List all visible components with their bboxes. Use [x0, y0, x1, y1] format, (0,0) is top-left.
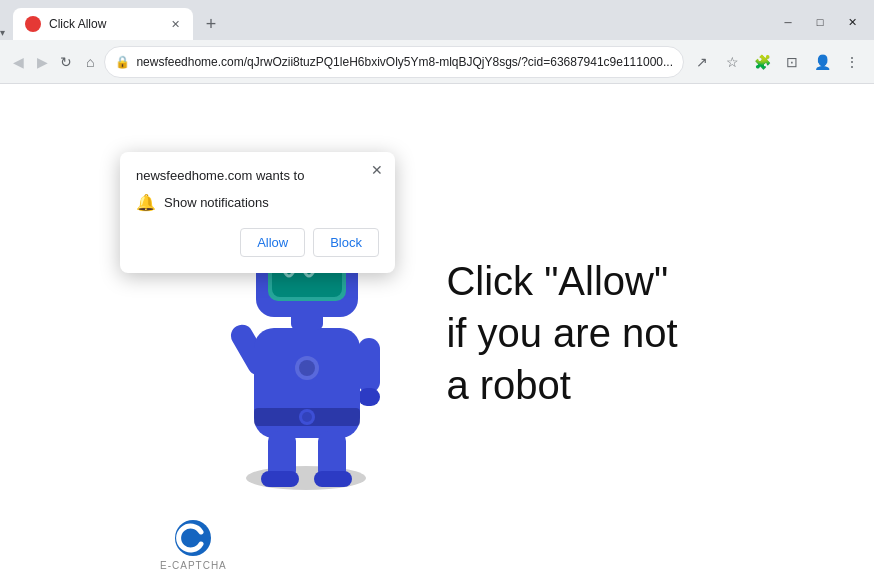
tab-favicon — [25, 16, 41, 32]
page-content: ✕ newsfeedhome.com wants to 🔔 Show notif… — [0, 84, 874, 581]
address-bar: ◀ ▶ ↻ ⌂ 🔒 newsfeedhome.com/qJrwOzii8tuzP… — [0, 40, 874, 84]
svg-rect-4 — [358, 388, 380, 406]
page-text-line1: Click "Allow" — [446, 255, 677, 307]
ecaptcha-label: E-CAPTCHA — [160, 560, 227, 571]
share-button[interactable]: ↗ — [688, 48, 716, 76]
page-text: Click "Allow" if you are not a robot — [446, 255, 677, 411]
extensions-button[interactable]: 🧩 — [748, 48, 776, 76]
block-button[interactable]: Block — [313, 228, 379, 257]
svg-point-8 — [302, 412, 312, 422]
window-controls — [774, 8, 866, 36]
tab-bar: ▾ Click Allow ✕ + — [0, 0, 874, 40]
ecaptcha-logo-area: E-CAPTCHA — [160, 518, 227, 571]
lock-icon: 🔒 — [115, 55, 130, 69]
bell-icon: 🔔 — [136, 193, 156, 212]
svg-point-21 — [299, 360, 315, 376]
close-button[interactable] — [838, 8, 866, 36]
profile-button[interactable]: 👤 — [808, 48, 836, 76]
new-tab-button[interactable]: + — [197, 10, 225, 38]
page-text-line2: if you are not — [446, 307, 677, 359]
notification-row: 🔔 Show notifications — [136, 193, 379, 212]
ecaptcha-icon — [173, 518, 213, 558]
chrome-window: ▾ Click Allow ✕ + ◀ ▶ ↻ ⌂ 🔒 newsfeedhome… — [0, 0, 874, 581]
tab-dropdown-icon[interactable]: ▾ — [0, 27, 5, 38]
page-text-line3: a robot — [446, 359, 677, 411]
split-view-button[interactable]: ⊡ — [778, 48, 806, 76]
tab-close-button[interactable]: ✕ — [167, 16, 183, 32]
back-button[interactable]: ◀ — [8, 48, 28, 76]
menu-button[interactable]: ⋮ — [838, 48, 866, 76]
forward-button[interactable]: ▶ — [32, 48, 52, 76]
home-button[interactable]: ⌂ — [80, 48, 100, 76]
popup-close-button[interactable]: ✕ — [367, 160, 387, 180]
url-text: newsfeedhome.com/qJrwOzii8tuzPQ1leH6bxiv… — [136, 55, 673, 69]
bookmark-button[interactable]: ☆ — [718, 48, 746, 76]
minimize-button[interactable] — [774, 8, 802, 36]
notification-popup: ✕ newsfeedhome.com wants to 🔔 Show notif… — [120, 152, 395, 273]
popup-header: newsfeedhome.com wants to — [136, 168, 379, 183]
allow-button[interactable]: Allow — [240, 228, 305, 257]
notification-text: Show notifications — [164, 195, 269, 210]
minimize-icon — [784, 15, 791, 29]
address-bar-actions: ↗ ☆ 🧩 ⊡ 👤 ⋮ — [688, 48, 866, 76]
popup-buttons: Allow Block — [136, 228, 379, 257]
close-window-icon — [848, 15, 857, 29]
url-field[interactable]: 🔒 newsfeedhome.com/qJrwOzii8tuzPQ1leH6bx… — [104, 46, 684, 78]
maximize-icon — [817, 15, 824, 29]
svg-rect-12 — [314, 471, 352, 487]
refresh-button[interactable]: ↻ — [56, 48, 76, 76]
tab-active[interactable]: Click Allow ✕ — [13, 8, 193, 40]
svg-rect-3 — [358, 338, 380, 393]
tab-title: Click Allow — [49, 17, 161, 31]
maximize-button[interactable] — [806, 8, 834, 36]
svg-rect-10 — [261, 471, 299, 487]
